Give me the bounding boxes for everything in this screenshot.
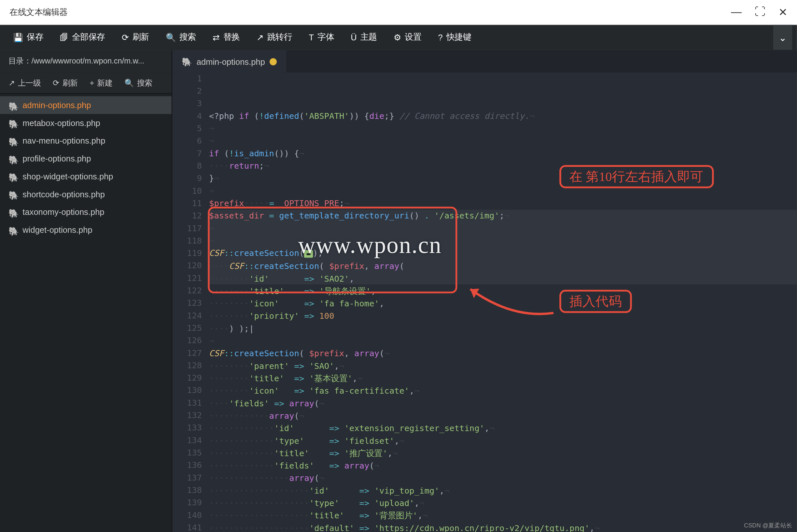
menu-search[interactable]: 🔍搜索 <box>157 25 204 50</box>
menu-expand-button[interactable]: ⌄ <box>773 25 792 50</box>
menu-bar: 💾保存 🗐全部保存 ⟳刷新 🔍搜索 ⇄替换 ↗跳转行 T字体 Ü主题 ⚙设置 ?… <box>0 25 797 50</box>
php-icon: 🐘 <box>8 226 19 233</box>
file-item[interactable]: 🐘admin-options.php <box>0 96 172 114</box>
replace-icon: ⇄ <box>213 33 220 42</box>
sidebar: 目录：/www/wwwroot/m.wpon.cn/m.w... ↗上一级 ⟳刷… <box>0 50 172 532</box>
window-title: 在线文本编辑器 <box>10 7 731 18</box>
php-icon: 🐘 <box>8 208 19 215</box>
btn-search[interactable]: 🔍搜索 <box>118 77 158 88</box>
close-button[interactable]: ✕ <box>778 5 787 19</box>
editor-pane: 🐘 admin-options.php ‹ 123456789101112117… <box>172 50 797 532</box>
help-icon: ? <box>438 33 443 42</box>
line-gutter: 1234567891011121171181191201211221231241… <box>172 73 209 532</box>
menu-save[interactable]: 💾保存 <box>5 25 52 50</box>
sidebar-toolbar: ↗上一级 ⟳刷新 +新建 🔍搜索 <box>0 73 172 94</box>
menu-goto-line[interactable]: ↗跳转行 <box>248 25 301 50</box>
tab-label: admin-options.php <box>197 57 265 66</box>
file-item[interactable]: 🐘widget-options.php <box>0 221 172 239</box>
file-list: 🐘admin-options.php 🐘metabox-options.php … <box>0 94 172 532</box>
file-item[interactable]: 🐘taxonomy-options.php <box>0 203 172 221</box>
gear-icon: ⚙ <box>394 33 401 42</box>
php-icon: 🐘 <box>8 101 19 109</box>
file-item[interactable]: 🐘shop-widget-options.php <box>0 167 172 185</box>
menu-theme[interactable]: Ü主题 <box>342 25 385 50</box>
editor-tab[interactable]: 🐘 admin-options.php <box>172 50 286 72</box>
menu-font[interactable]: T字体 <box>301 25 342 50</box>
tab-bar: 🐘 admin-options.php <box>172 50 797 72</box>
code-area[interactable]: ‹ 12345678910111211711811912012112212312… <box>172 73 797 532</box>
font-icon: T <box>309 33 314 42</box>
btn-refresh[interactable]: ⟳刷新 <box>47 77 84 88</box>
annotation-arrow-icon <box>458 280 559 322</box>
php-icon: 🐘 <box>8 155 19 162</box>
menu-refresh[interactable]: ⟳刷新 <box>113 25 157 50</box>
btn-new[interactable]: +新建 <box>84 77 118 88</box>
menu-save-all[interactable]: 🗐全部保存 <box>52 25 114 50</box>
php-icon: 🐘 <box>8 191 19 198</box>
modified-indicator-icon <box>270 58 277 65</box>
file-item[interactable]: 🐘shortcode-options.php <box>0 185 172 203</box>
theme-icon: Ü <box>350 33 357 42</box>
save-icon: 💾 <box>13 33 23 42</box>
btn-up-level[interactable]: ↗上一级 <box>2 77 47 88</box>
php-icon: 🐘 <box>8 119 19 127</box>
arrow-up-icon: ↗ <box>8 78 15 87</box>
php-icon: 🐘 <box>8 137 19 144</box>
php-icon: 🐘 <box>8 173 19 180</box>
plus-icon: + <box>90 78 94 87</box>
code-content[interactable]: <?php if (!defined('ABSPATH')) {die;} //… <box>209 73 797 532</box>
annotation-code-box <box>208 207 457 293</box>
refresh-icon: ⟳ <box>53 78 59 87</box>
refresh-icon: ⟳ <box>122 33 129 42</box>
title-bar: 在线文本编辑器 — ⛶ ✕ <box>0 0 797 25</box>
save-all-icon: 🗐 <box>60 33 69 42</box>
menu-replace[interactable]: ⇄替换 <box>204 25 248 50</box>
goto-icon: ↗ <box>257 33 264 42</box>
file-item[interactable]: 🐘metabox-options.php <box>0 114 172 132</box>
php-icon: 🐘 <box>182 57 192 66</box>
maximize-button[interactable]: ⛶ <box>755 6 765 18</box>
annotation-insert-hint: 在 第10行左右插入即可 <box>559 165 713 188</box>
search-icon: 🔍 <box>166 33 176 42</box>
search-icon: 🔍 <box>125 78 134 87</box>
chevron-down-icon: ⌄ <box>779 32 786 43</box>
path-bar: 目录：/www/wwwroot/m.wpon.cn/m.w... <box>0 50 172 72</box>
minimize-button[interactable]: — <box>731 6 742 18</box>
annotation-insert-code: 插入代码 <box>559 290 632 313</box>
file-item[interactable]: 🐘nav-menu-options.php <box>0 132 172 150</box>
menu-settings[interactable]: ⚙设置 <box>385 25 430 50</box>
credit-text: CSDN @夏柔站长 <box>744 521 792 530</box>
menu-shortcuts[interactable]: ?快捷键 <box>430 25 479 50</box>
file-item[interactable]: 🐘profile-options.php <box>0 150 172 168</box>
